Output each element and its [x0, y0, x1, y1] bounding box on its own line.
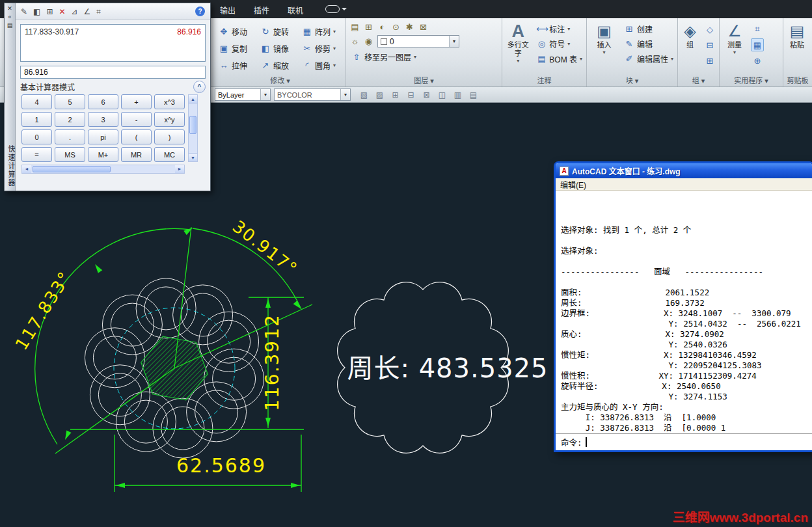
scrollbar-thumb[interactable]: [189, 116, 196, 134]
clear-icon[interactable]: ✕: [59, 7, 65, 16]
measure-distance-icon[interactable]: ⊿: [72, 7, 78, 16]
panel-label-modify[interactable]: 修改 ▾: [215, 75, 345, 85]
menu-edit[interactable]: 编辑(E): [560, 179, 586, 190]
insert-block-button[interactable]: ▣ 插入 ▾: [589, 21, 619, 65]
autohide-icon[interactable]: «: [5, 14, 15, 20]
layer-tool-icon[interactable]: ✱: [405, 22, 414, 32]
calc-key[interactable]: 3: [88, 112, 118, 127]
ribbon-button[interactable]: ▣ 复制: [217, 40, 259, 57]
measure-angle-icon[interactable]: ∠: [84, 7, 91, 16]
id-point-icon[interactable]: ⌗: [751, 23, 764, 36]
calc-key[interactable]: 2: [55, 112, 85, 127]
ribbon-button[interactable]: ⊞ 创建: [623, 23, 675, 35]
layer-select[interactable]: 0 ▾: [377, 35, 459, 47]
group-tool-icon[interactable]: ◇: [703, 23, 716, 36]
ribbon-button[interactable]: ▦ 阵列 ▾: [301, 23, 347, 40]
layer-tool-icon[interactable]: ▤: [350, 22, 360, 32]
ribbon-button[interactable]: ✂ 修剪 ▾: [301, 40, 347, 57]
properties-icon[interactable]: ▤: [5, 22, 15, 29]
linetype-select[interactable]: ByLayer ▾: [215, 88, 271, 101]
layer-tool-icon[interactable]: ⊙: [391, 22, 401, 32]
layer-state-tool-icon[interactable]: ◫: [435, 88, 449, 101]
collapse-icon[interactable]: ^: [193, 81, 206, 93]
scrollbar-thumb[interactable]: [33, 166, 111, 172]
group-tool-icon[interactable]: ⊟: [703, 38, 716, 51]
layer-state-tool-icon[interactable]: ▥: [451, 88, 465, 101]
calc-key[interactable]: x^y: [154, 112, 185, 127]
calc-key[interactable]: =: [21, 147, 52, 162]
edit-icon[interactable]: ✎: [21, 7, 27, 16]
ribbon-button[interactable]: ▤ BOM 表 ▾: [535, 53, 584, 65]
text-window-content[interactable]: 选择对象: 找到 1 个, 总计 2 个选择对象:---------------…: [556, 191, 812, 433]
text-window-titlebar[interactable]: A AutoCAD 文本窗口 - 练习.dwg: [556, 163, 812, 178]
calc-key[interactable]: MC: [154, 147, 185, 162]
layer-state-tool-icon[interactable]: ⊟: [404, 88, 418, 101]
ribbon-button[interactable]: ✐ 编辑属性 ▾: [623, 53, 675, 65]
ribbon-button[interactable]: ↗ 缩放: [259, 57, 301, 74]
calc-key[interactable]: 5: [55, 94, 85, 109]
history-area[interactable]: 117.833-30.917 86.916: [20, 24, 206, 62]
cloud-menu-icon[interactable]: [325, 5, 340, 13]
calc-key[interactable]: 6: [88, 94, 118, 109]
panel-label-group[interactable]: 组 ▾: [678, 75, 719, 85]
layer-tool-icon[interactable]: ☼: [350, 36, 360, 46]
measure-button[interactable]: ∠ 测量 ▾: [722, 21, 747, 67]
mtext-button[interactable]: A 多行文字 ▾: [505, 21, 531, 65]
keypad-vertical-scrollbar[interactable]: ▲ ▼: [188, 94, 198, 162]
calc-key[interactable]: 1: [21, 112, 52, 127]
ribbon-button[interactable]: ◜ 圆角 ▾: [301, 57, 347, 74]
get-coordinates-icon[interactable]: ⊞: [46, 7, 53, 16]
calc-key[interactable]: MR: [121, 147, 152, 162]
group-tool-icon[interactable]: ⊞: [703, 54, 716, 67]
layer-state-tool-icon[interactable]: ▧: [357, 88, 371, 101]
panel-label-utilities[interactable]: 实用程序 ▾: [720, 75, 783, 85]
paste-value-icon[interactable]: ◧: [33, 7, 40, 16]
ribbon-button[interactable]: ✎ 编辑: [623, 38, 675, 50]
scroll-down-icon[interactable]: ▼: [189, 153, 197, 161]
calc-key[interactable]: -: [121, 112, 152, 127]
layer-tool-icon[interactable]: ◐: [377, 22, 387, 32]
scroll-up-icon[interactable]: ▲: [189, 95, 197, 103]
group-button[interactable]: ◈ 组: [681, 21, 699, 67]
ribbon-button[interactable]: ◎ 符号 ▾: [535, 38, 584, 50]
paste-button[interactable]: ▤ 粘贴: [786, 21, 808, 49]
panel-label-clipboard[interactable]: 剪贴板: [783, 75, 812, 85]
calc-input[interactable]: 86.916: [20, 66, 206, 79]
utility-tool-icon[interactable]: ⊕: [751, 54, 764, 67]
calc-key[interactable]: +: [121, 94, 152, 109]
calc-key[interactable]: MS: [55, 147, 85, 162]
ribbon-tab[interactable]: 输出: [220, 5, 236, 16]
panel-label-block[interactable]: 块 ▾: [587, 75, 677, 85]
quickcalc-icon[interactable]: ▦: [751, 38, 764, 51]
calc-key[interactable]: .: [55, 129, 85, 144]
ribbon-tab[interactable]: 插件: [254, 5, 269, 16]
ribbon-button[interactable]: ↻ 旋转: [259, 23, 301, 40]
calc-key[interactable]: 0: [21, 129, 52, 144]
calc-key[interactable]: 4: [21, 94, 52, 109]
calc-key[interactable]: ): [154, 129, 185, 144]
intersection-icon[interactable]: ⌗: [96, 7, 101, 16]
ribbon-button[interactable]: ◧ 镜像: [259, 40, 301, 57]
keypad-horizontal-scrollbar[interactable]: ◄ ►: [21, 165, 185, 174]
layer-state-tool-icon[interactable]: ⊞: [388, 88, 402, 101]
ribbon-button[interactable]: ⟷ 标注 ▾: [535, 23, 584, 35]
layer-state-tool-icon[interactable]: ⊠: [420, 88, 433, 101]
layer-tool-icon[interactable]: ⊠: [418, 22, 428, 32]
calc-key[interactable]: M+: [88, 147, 118, 162]
layer-tool-icon[interactable]: ◉: [364, 36, 373, 46]
help-icon[interactable]: ?: [195, 7, 205, 16]
chevron-down-icon[interactable]: ▾: [449, 36, 459, 47]
scroll-left-icon[interactable]: ◄: [22, 165, 31, 173]
chevron-down-icon[interactable]: ▾: [340, 89, 350, 100]
panel-label-layers[interactable]: 图层 ▾: [346, 75, 502, 85]
panel-label-annotation[interactable]: 注释: [502, 75, 586, 85]
calc-key[interactable]: x^3: [154, 94, 185, 109]
close-icon[interactable]: ✕: [5, 5, 15, 12]
layer-state-tool-icon[interactable]: ▨: [373, 88, 386, 101]
plotstyle-select[interactable]: BYCOLOR ▾: [274, 88, 351, 101]
move-to-layer-button[interactable]: ⇧ 移至另一图层 ▾: [350, 51, 498, 63]
command-line[interactable]: 命令:: [556, 433, 812, 450]
chevron-down-icon[interactable]: ▾: [260, 89, 270, 100]
ribbon-button[interactable]: ✥ 移动: [217, 23, 259, 40]
layer-state-tool-icon[interactable]: ▤: [467, 88, 480, 101]
